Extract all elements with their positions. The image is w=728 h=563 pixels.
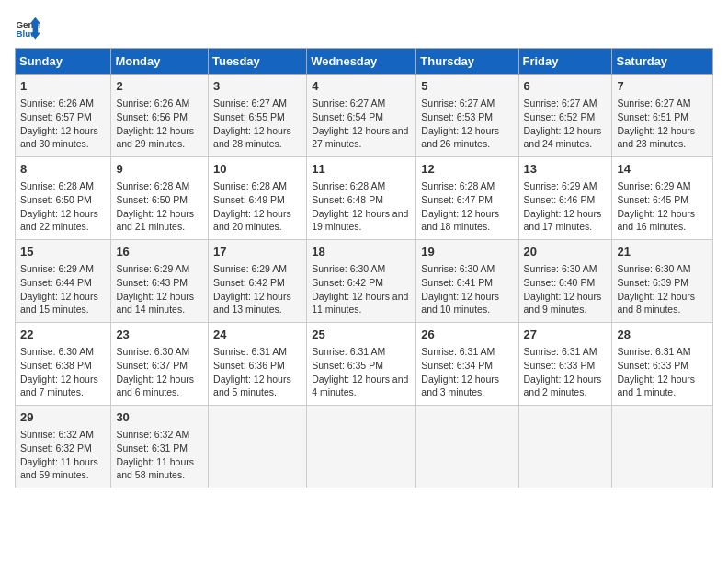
day-number: 21: [617, 244, 708, 260]
calendar-cell: 9Sunrise: 6:28 AM Sunset: 6:50 PM Daylig…: [111, 157, 209, 240]
day-info: Sunrise: 6:31 AM Sunset: 6:35 PM Dayligh…: [312, 345, 411, 399]
day-info: Sunrise: 6:28 AM Sunset: 6:49 PM Dayligh…: [213, 179, 301, 234]
day-info: Sunrise: 6:27 AM Sunset: 6:51 PM Dayligh…: [617, 97, 708, 151]
day-info: Sunrise: 6:30 AM Sunset: 6:38 PM Dayligh…: [20, 345, 106, 399]
header-cell-thursday: Thursday: [416, 49, 518, 75]
header-cell-saturday: Saturday: [612, 49, 713, 75]
day-number: 27: [524, 327, 608, 343]
day-info: Sunrise: 6:27 AM Sunset: 6:54 PM Dayligh…: [312, 97, 411, 151]
day-info: Sunrise: 6:26 AM Sunset: 6:57 PM Dayligh…: [20, 97, 106, 151]
day-info: Sunrise: 6:30 AM Sunset: 6:41 PM Dayligh…: [421, 262, 513, 316]
logo: General Blue: [15, 15, 44, 40]
day-info: Sunrise: 6:28 AM Sunset: 6:50 PM Dayligh…: [116, 179, 203, 234]
day-info: Sunrise: 6:30 AM Sunset: 6:37 PM Dayligh…: [116, 345, 203, 399]
day-number: 2: [116, 78, 203, 95]
day-number: 19: [421, 244, 513, 260]
calendar-cell: 20Sunrise: 6:30 AM Sunset: 6:40 PM Dayli…: [518, 240, 612, 323]
calendar-cell: 28Sunrise: 6:31 AM Sunset: 6:33 PM Dayli…: [612, 323, 713, 406]
calendar-cell: [307, 406, 416, 488]
calendar-cell: 25Sunrise: 6:31 AM Sunset: 6:35 PM Dayli…: [307, 323, 416, 406]
calendar-cell: 21Sunrise: 6:30 AM Sunset: 6:39 PM Dayli…: [612, 240, 713, 323]
day-number: 23: [116, 327, 203, 343]
day-info: Sunrise: 6:28 AM Sunset: 6:47 PM Dayligh…: [421, 179, 513, 234]
day-info: Sunrise: 6:30 AM Sunset: 6:40 PM Dayligh…: [524, 262, 608, 316]
day-info: Sunrise: 6:29 AM Sunset: 6:46 PM Dayligh…: [524, 179, 608, 234]
day-info: Sunrise: 6:32 AM Sunset: 6:31 PM Dayligh…: [116, 428, 203, 482]
header-row: SundayMondayTuesdayWednesdayThursdayFrid…: [16, 49, 713, 75]
week-row-5: 29Sunrise: 6:32 AM Sunset: 6:32 PM Dayli…: [16, 406, 713, 488]
day-number: 15: [20, 244, 106, 260]
calendar-cell: 5Sunrise: 6:27 AM Sunset: 6:53 PM Daylig…: [416, 75, 518, 157]
day-number: 13: [524, 161, 608, 178]
calendar-cell: 1Sunrise: 6:26 AM Sunset: 6:57 PM Daylig…: [16, 75, 111, 157]
calendar-cell: 17Sunrise: 6:29 AM Sunset: 6:42 PM Dayli…: [209, 240, 307, 323]
day-info: Sunrise: 6:26 AM Sunset: 6:56 PM Dayligh…: [116, 97, 203, 151]
day-number: 12: [421, 161, 513, 178]
calendar-cell: 12Sunrise: 6:28 AM Sunset: 6:47 PM Dayli…: [416, 157, 518, 240]
day-info: Sunrise: 6:29 AM Sunset: 6:44 PM Dayligh…: [20, 262, 106, 316]
day-info: Sunrise: 6:31 AM Sunset: 6:34 PM Dayligh…: [421, 345, 513, 399]
day-info: Sunrise: 6:29 AM Sunset: 6:43 PM Dayligh…: [116, 262, 203, 316]
day-number: 6: [524, 78, 608, 95]
day-info: Sunrise: 6:30 AM Sunset: 6:42 PM Dayligh…: [312, 262, 411, 316]
calendar-cell: 14Sunrise: 6:29 AM Sunset: 6:45 PM Dayli…: [612, 157, 713, 240]
calendar-cell: 6Sunrise: 6:27 AM Sunset: 6:52 PM Daylig…: [518, 75, 612, 157]
calendar-cell: 15Sunrise: 6:29 AM Sunset: 6:44 PM Dayli…: [16, 240, 111, 323]
calendar-cell: 16Sunrise: 6:29 AM Sunset: 6:43 PM Dayli…: [111, 240, 209, 323]
calendar-cell: 8Sunrise: 6:28 AM Sunset: 6:50 PM Daylig…: [16, 157, 111, 240]
day-number: 24: [213, 327, 301, 343]
day-number: 5: [421, 78, 513, 95]
day-info: Sunrise: 6:31 AM Sunset: 6:33 PM Dayligh…: [617, 345, 708, 399]
calendar-cell: 24Sunrise: 6:31 AM Sunset: 6:36 PM Dayli…: [209, 323, 307, 406]
calendar-cell: 22Sunrise: 6:30 AM Sunset: 6:38 PM Dayli…: [16, 323, 111, 406]
day-number: 7: [617, 78, 708, 95]
calendar-table: SundayMondayTuesdayWednesdayThursdayFrid…: [15, 48, 713, 488]
calendar-cell: 4Sunrise: 6:27 AM Sunset: 6:54 PM Daylig…: [307, 75, 416, 157]
day-number: 22: [20, 327, 106, 343]
day-info: Sunrise: 6:31 AM Sunset: 6:36 PM Dayligh…: [213, 345, 301, 399]
day-info: Sunrise: 6:32 AM Sunset: 6:32 PM Dayligh…: [20, 428, 106, 482]
week-row-1: 1Sunrise: 6:26 AM Sunset: 6:57 PM Daylig…: [16, 75, 713, 157]
week-row-3: 15Sunrise: 6:29 AM Sunset: 6:44 PM Dayli…: [16, 240, 713, 323]
week-row-4: 22Sunrise: 6:30 AM Sunset: 6:38 PM Dayli…: [16, 323, 713, 406]
calendar-cell: 27Sunrise: 6:31 AM Sunset: 6:33 PM Dayli…: [518, 323, 612, 406]
header-cell-monday: Monday: [111, 49, 209, 75]
calendar-cell: 23Sunrise: 6:30 AM Sunset: 6:37 PM Dayli…: [111, 323, 209, 406]
day-number: 1: [20, 78, 106, 95]
day-info: Sunrise: 6:27 AM Sunset: 6:52 PM Dayligh…: [524, 97, 608, 151]
day-number: 14: [617, 161, 708, 178]
header-cell-friday: Friday: [518, 49, 612, 75]
day-number: 3: [213, 78, 301, 95]
day-info: Sunrise: 6:28 AM Sunset: 6:48 PM Dayligh…: [312, 179, 411, 234]
day-number: 11: [312, 161, 411, 178]
calendar-cell: 30Sunrise: 6:32 AM Sunset: 6:31 PM Dayli…: [111, 406, 209, 488]
day-info: Sunrise: 6:29 AM Sunset: 6:42 PM Dayligh…: [213, 262, 301, 316]
day-number: 20: [524, 244, 608, 260]
calendar-cell: 7Sunrise: 6:27 AM Sunset: 6:51 PM Daylig…: [612, 75, 713, 157]
calendar-cell: 13Sunrise: 6:29 AM Sunset: 6:46 PM Dayli…: [518, 157, 612, 240]
calendar-cell: [416, 406, 518, 488]
day-number: 25: [312, 327, 411, 343]
day-number: 4: [312, 78, 411, 95]
calendar-cell: [612, 406, 713, 488]
day-number: 29: [20, 409, 106, 426]
header-cell-wednesday: Wednesday: [307, 49, 416, 75]
calendar-cell: [518, 406, 612, 488]
day-info: Sunrise: 6:31 AM Sunset: 6:33 PM Dayligh…: [524, 345, 608, 399]
calendar-cell: 3Sunrise: 6:27 AM Sunset: 6:55 PM Daylig…: [209, 75, 307, 157]
day-number: 16: [116, 244, 203, 260]
calendar-cell: [209, 406, 307, 488]
day-number: 9: [116, 161, 203, 178]
day-number: 8: [20, 161, 106, 178]
header-cell-sunday: Sunday: [16, 49, 111, 75]
calendar-cell: 10Sunrise: 6:28 AM Sunset: 6:49 PM Dayli…: [209, 157, 307, 240]
header-cell-tuesday: Tuesday: [209, 49, 307, 75]
day-number: 18: [312, 244, 411, 260]
calendar-cell: 2Sunrise: 6:26 AM Sunset: 6:56 PM Daylig…: [111, 75, 209, 157]
week-row-2: 8Sunrise: 6:28 AM Sunset: 6:50 PM Daylig…: [16, 157, 713, 240]
calendar-cell: 18Sunrise: 6:30 AM Sunset: 6:42 PM Dayli…: [307, 240, 416, 323]
day-number: 28: [617, 327, 708, 343]
day-info: Sunrise: 6:30 AM Sunset: 6:39 PM Dayligh…: [617, 262, 708, 316]
logo-icon: General Blue: [15, 15, 40, 40]
page-header: General Blue: [15, 15, 713, 40]
